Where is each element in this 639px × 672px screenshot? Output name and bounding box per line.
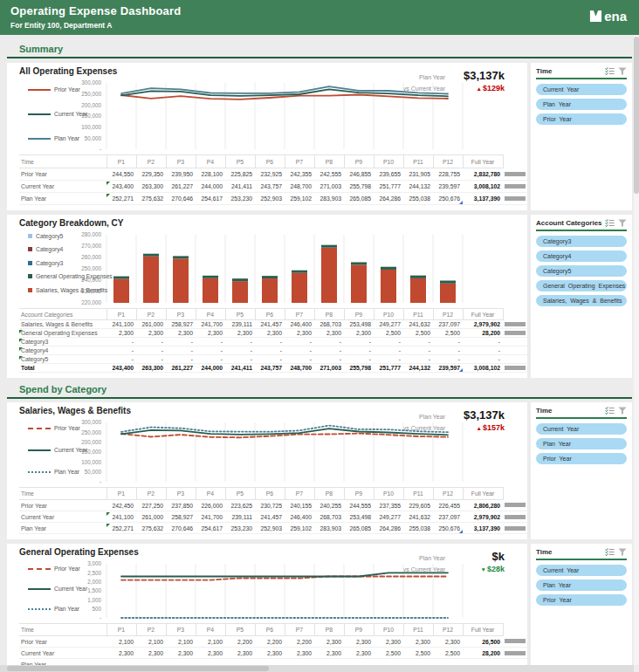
cell[interactable]: 258,927 — [166, 511, 196, 523]
cell[interactable]: - — [196, 338, 225, 346]
cell[interactable]: 228,755 — [433, 168, 463, 181]
cell[interactable]: - — [285, 338, 314, 346]
filter-pill-plan-year[interactable]: Plan Year — [536, 579, 627, 591]
cell[interactable]: - — [255, 355, 285, 364]
cell[interactable]: 270,646 — [166, 193, 196, 205]
full-year-cell[interactable]: 2,832,780 — [463, 168, 503, 181]
cell[interactable]: 259,102 — [285, 523, 314, 534]
cell[interactable]: 261,227 — [166, 364, 196, 373]
cell[interactable]: 2,500 — [403, 329, 433, 338]
full-year-cell[interactable]: - — [463, 346, 503, 355]
cell[interactable]: - — [285, 346, 314, 355]
cell[interactable]: 259,102 — [285, 193, 314, 205]
cell[interactable]: 244,555 — [344, 500, 374, 511]
cell[interactable]: 2,300 — [344, 648, 374, 659]
cell[interactable]: 251,777 — [374, 181, 403, 193]
filter-pill-general-operating-expenses[interactable]: General Operating Expenses — [536, 280, 627, 291]
cell[interactable]: 252,903 — [255, 523, 285, 534]
filter-pill-category3[interactable]: Category3 — [536, 236, 627, 247]
clear-filter-icon[interactable] — [618, 219, 627, 227]
cell[interactable]: 230,725 — [255, 500, 285, 511]
cell[interactable]: 283,903 — [314, 523, 344, 534]
filter-pill-category5[interactable]: Category5 — [536, 265, 627, 277]
cell[interactable]: 242,355 — [285, 168, 314, 181]
cell[interactable]: - — [344, 338, 374, 346]
cell[interactable]: 258,927 — [166, 320, 196, 329]
cell[interactable]: 223,625 — [225, 500, 255, 511]
cell[interactable]: 2,300 — [314, 648, 344, 659]
cell[interactable]: 2,300 — [196, 329, 225, 338]
cell[interactable]: - — [403, 346, 433, 355]
cell[interactable]: 252,271 — [106, 193, 136, 205]
cell[interactable]: 2,300 — [255, 648, 285, 659]
cell[interactable]: 2,300 — [314, 636, 344, 648]
full-year-cell[interactable]: 3,137,390 — [463, 523, 503, 534]
cell[interactable]: - — [433, 355, 463, 364]
cell[interactable]: 265,085 — [344, 523, 374, 534]
cell[interactable]: 249,277 — [374, 511, 403, 523]
multi-select-icon[interactable] — [605, 219, 615, 227]
cell[interactable]: - — [314, 338, 344, 346]
cell[interactable]: 242,555 — [314, 168, 344, 181]
cell[interactable]: - — [196, 346, 225, 355]
cell[interactable]: 243,757 — [255, 364, 285, 373]
cell[interactable]: 237,355 — [374, 500, 403, 511]
cell[interactable]: 251,777 — [374, 364, 403, 373]
cell[interactable]: - — [344, 355, 374, 364]
cell[interactable]: 244,000 — [196, 364, 225, 373]
cell[interactable]: 243,757 — [255, 181, 285, 193]
filter-pill-prior-year[interactable]: Prior Year — [536, 594, 627, 606]
cell[interactable]: 2,100 — [136, 636, 166, 648]
cell[interactable]: 2,300 — [255, 329, 285, 338]
cell[interactable]: 244,132 — [403, 181, 433, 193]
cell[interactable]: 241,457 — [255, 320, 285, 329]
cell[interactable]: 229,605 — [403, 500, 433, 511]
cell[interactable]: - — [255, 346, 285, 355]
cell[interactable]: 264,286 — [374, 523, 403, 534]
cell[interactable]: 2,300 — [106, 648, 136, 659]
cell[interactable]: - — [374, 338, 403, 346]
cell[interactable]: 232,925 — [255, 168, 285, 181]
cell[interactable]: 2,300 — [285, 329, 314, 338]
multi-select-icon[interactable] — [605, 67, 615, 75]
multi-select-icon[interactable] — [605, 407, 615, 415]
cell[interactable]: 237,850 — [166, 500, 196, 511]
cell[interactable]: - — [106, 346, 136, 355]
filter-pill-current-year[interactable]: Current Year — [536, 565, 627, 576]
cell[interactable]: - — [225, 338, 255, 346]
full-year-cell[interactable]: 2,806,280 — [463, 500, 503, 511]
full-year-cell[interactable]: - — [463, 355, 503, 364]
cell[interactable]: 240,155 — [285, 500, 314, 511]
cell[interactable]: - — [225, 355, 255, 364]
cell[interactable]: 255,798 — [344, 181, 374, 193]
cell[interactable]: 225,825 — [225, 168, 255, 181]
cell[interactable]: 271,003 — [314, 181, 344, 193]
cell[interactable]: 231,905 — [403, 168, 433, 181]
full-year-cell[interactable]: 2,979,902 — [463, 320, 503, 329]
horizontal-scrollbar-thumb[interactable] — [7, 666, 269, 671]
cell[interactable]: 239,111 — [225, 511, 255, 523]
cell[interactable]: 240,255 — [314, 500, 344, 511]
cell[interactable]: 253,230 — [225, 523, 255, 534]
cell[interactable]: 254,617 — [196, 523, 225, 534]
filter-pill-prior-year[interactable]: Prior Year — [536, 453, 627, 464]
cell[interactable]: 246,400 — [285, 511, 314, 523]
filter-pill-category4[interactable]: Category4 — [536, 250, 627, 262]
cell[interactable]: - — [314, 346, 344, 355]
cell[interactable]: 2,300 — [344, 636, 374, 648]
cell[interactable]: 2,300 — [285, 648, 314, 659]
filter-pill-plan-year[interactable]: Plan Year — [536, 438, 627, 449]
cell[interactable]: 246,855 — [344, 168, 374, 181]
cell[interactable]: - — [433, 338, 463, 346]
cell[interactable]: - — [166, 355, 196, 364]
cell[interactable]: 244,132 — [403, 364, 433, 373]
cell[interactable]: 270,646 — [166, 523, 196, 534]
cell[interactable]: 264,286 — [374, 193, 403, 205]
cell[interactable]: 261,000 — [136, 511, 166, 523]
cell[interactable]: 271,003 — [314, 364, 344, 373]
clear-filter-icon[interactable] — [618, 548, 627, 556]
cell[interactable]: - — [136, 355, 166, 364]
cell[interactable]: 246,400 — [285, 320, 314, 329]
cell[interactable]: 239,597 — [433, 364, 463, 373]
cell[interactable]: 239,111 — [225, 320, 255, 329]
